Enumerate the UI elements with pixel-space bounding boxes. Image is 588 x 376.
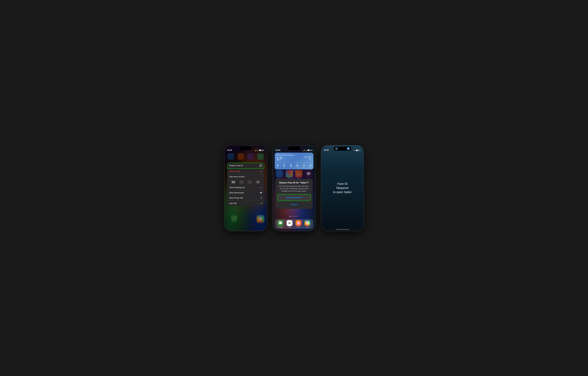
minus-circle-icon: ⊖ [260, 170, 262, 173]
wifi-icon-2: ▲ [305, 150, 307, 151]
private-tab-icon: ⊕ [261, 197, 262, 199]
phone3-status-icons: ▲ 71 [354, 150, 361, 151]
moon-icon-2: 🌙 [303, 149, 305, 151]
forecast-day-5: 21 🌤️ 12° [303, 163, 305, 168]
phone2-time: 16:24 [275, 149, 280, 151]
weather-desc: Mostly Cloudy H:17° L:8° [304, 156, 312, 160]
wifi-icon: ▲ [257, 150, 258, 151]
svg-point-4 [260, 165, 261, 166]
forecast-day-6: 22 ☁️ 11° [310, 163, 312, 168]
weather-low: L:8° [304, 159, 312, 160]
battery-icon-2 [307, 150, 310, 151]
phone-1: 16:24 🌙 ▲ 72 Require Face ID [224, 145, 267, 231]
dot-1 [290, 216, 290, 217]
face-id-required-line1: Face ID Required [336, 182, 348, 190]
moon-icon: 🌙 [255, 149, 256, 151]
dynamic-island-2 [288, 147, 300, 150]
svg-rect-0 [260, 165, 260, 165]
menu-label-new-private-tab: New Private Tab [229, 197, 243, 199]
menu-label-require-face-id: Require Face ID [229, 165, 243, 167]
grid-icon-list [256, 181, 260, 183]
phone3-time: 16:25 [324, 149, 329, 151]
dock-messages[interactable]: 💬 Messages [276, 220, 284, 228]
context-menu: Require Face ID Remove App ⊖ Edit Home S… [227, 163, 264, 206]
svg-rect-2 [260, 166, 260, 166]
phone-3: 👤 🧭 16:25 ▲ 71 Face ID Required to open … [321, 145, 364, 231]
grid-icon-1 [240, 181, 243, 183]
weather-widget: Penicuik Ward, Midlothian ↗ 17° Mostly C… [275, 153, 313, 169]
face-id-required-text: Face ID Required to open Safari [332, 182, 353, 194]
home-indicator [336, 229, 349, 230]
dynamic-island-left-icon: 👤 [335, 147, 338, 150]
glasses-icon: 👓 [260, 186, 262, 188]
svg-point-5 [261, 165, 261, 166]
menu-label-show-reading-list: Show Reading List [229, 186, 245, 188]
menu-label-remove-app: Remove App [229, 170, 240, 172]
face-id-required-line2: to open Safari [333, 190, 352, 194]
weather-temp: 17° [277, 156, 283, 161]
dock-safari[interactable]: 🧭 Safari [304, 220, 312, 228]
dock: 💬 Messages M Gmail 🌸 Photos 🧭 Safari [275, 219, 313, 229]
weather-widget-label: Weather [292, 170, 296, 172]
weather-location: Penicuik Ward, Midlothian ↗ [277, 154, 312, 156]
forecast-day-3: 19 ☁️ 15° [290, 163, 292, 168]
grid-icon-4 [231, 181, 235, 183]
menu-label-new-tab: New Tab [229, 202, 237, 204]
battery-level-2: 72 [311, 150, 313, 151]
menu-label-show-bookmarks: Show Bookmarks [229, 192, 244, 194]
menu-label-edit-home-screen: Edit Home Screen [229, 176, 245, 178]
phone2-status-icons: 🌙 ▲ 72 [303, 149, 313, 151]
dock-photos[interactable]: 🌸 Photos [294, 220, 303, 228]
menu-item-edit-home-screen[interactable]: Edit Home Screen 📱 [227, 174, 264, 179]
weather-top: 17° Mostly Cloudy H:17° L:8° [277, 156, 312, 161]
dynamic-island-1 [240, 147, 252, 150]
weather-forecast: 17 ☁️ 17° 18 ☁️ 16° 19 ☁️ 15° 20 ☁️ 14° … [277, 162, 312, 168]
app-slack: 💬 Slack [304, 170, 313, 179]
menu-item-require-face-id[interactable]: Require Face ID [227, 163, 264, 168]
battery-icon [259, 150, 262, 151]
dot-5 [295, 216, 296, 217]
tab-icon: ⧉ [261, 202, 262, 204]
dock-gmail[interactable]: M Gmail [285, 220, 294, 228]
face-id-svg [260, 165, 262, 166]
battery-level: 72 [262, 150, 264, 151]
dialog-confirm-button[interactable]: Require Face ID [278, 195, 310, 200]
dot-7 [298, 216, 298, 217]
phone1-status-icons: 🌙 ▲ 72 [255, 149, 264, 151]
forecast-day-2: 18 ☁️ 16° [283, 163, 285, 168]
battery-icon-3 [356, 150, 359, 151]
face-id-dialog: Require Face ID for "Safari"? Face ID wi… [275, 179, 313, 209]
phone1-time: 16:24 [227, 149, 232, 151]
wifi-icon-3: ▲ [354, 150, 355, 151]
dot-6 [296, 216, 297, 217]
menu-item-icon-grid[interactable] [227, 179, 264, 185]
app-waking: 🎵 Wakin... [275, 170, 284, 179]
dot-4 [294, 216, 294, 217]
dialog-title: Require Face ID for "Safari"? [278, 182, 310, 184]
menu-item-new-private-tab[interactable]: New Private Tab ⊕ [227, 195, 264, 201]
menu-item-remove-app[interactable]: Remove App ⊖ [227, 168, 264, 174]
weather-high: H:17° [304, 158, 312, 159]
phone-screen-icon: 📱 [260, 176, 262, 178]
dot-2 [291, 216, 292, 217]
menu-item-show-reading-list[interactable]: Show Reading List 👓 [227, 185, 264, 190]
menu-item-show-bookmarks[interactable]: Show Bookmarks 📖 [227, 190, 264, 195]
book-icon: 📖 [260, 192, 262, 194]
page-dots [273, 216, 315, 217]
dialog-cancel-button[interactable]: Cancel [278, 202, 310, 208]
forecast-day-1: 17 ☁️ 17° [277, 163, 279, 168]
svg-rect-1 [261, 165, 262, 165]
forecast-day-4: 20 ☁️ 14° [296, 163, 298, 168]
face-id-icon [259, 164, 262, 167]
dynamic-island-right-icon: 🧭 [347, 147, 350, 150]
grid-icon-wide [248, 181, 252, 183]
phone-2: 16:24 🌙 ▲ 72 Penicuik Ward, Midlothian ↗… [273, 145, 315, 231]
dialog-body: Face ID will be required to open the app… [278, 185, 310, 192]
battery-level-3: 71 [359, 150, 361, 151]
dot-3 [292, 216, 293, 217]
menu-item-new-tab[interactable]: New Tab ⧉ [227, 201, 264, 206]
svg-rect-3 [261, 166, 262, 166]
dynamic-island-3: 👤 🧭 [334, 147, 351, 151]
weather-condition: Mostly Cloudy [304, 156, 312, 158]
